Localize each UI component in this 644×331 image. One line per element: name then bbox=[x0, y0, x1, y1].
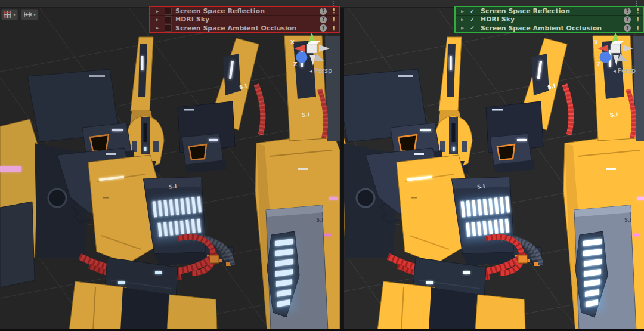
viewport-effects-off[interactable]: X Z ◂ Persp bbox=[0, 7, 340, 331]
foldout-arrow-icon[interactable]: ▶ bbox=[156, 26, 161, 30]
scene-view-comparison: ⋮ ⋮ X Z ◂ Persp X Z ◂ Persp bbox=[0, 0, 644, 331]
row-menu-icon[interactable]: ⋮ bbox=[330, 25, 336, 32]
effect-row-hdri[interactable]: ▶ ✓ HDRI Sky ? ⋮ bbox=[456, 15, 643, 23]
effect-checkbox-checked[interactable]: ✓ bbox=[470, 8, 477, 14]
help-icon[interactable]: ? bbox=[320, 8, 327, 15]
effect-checkbox-checked[interactable]: ✓ bbox=[470, 25, 477, 31]
effect-checkbox-unchecked[interactable] bbox=[165, 16, 172, 23]
effect-row-ssr[interactable]: ▶ Screen Space Reflection ? ⋮ bbox=[150, 7, 339, 15]
persp-label: Persp bbox=[314, 67, 332, 75]
effect-label: Screen Space Ambient Occlusion bbox=[481, 24, 620, 32]
help-icon[interactable]: ? bbox=[320, 24, 327, 32]
effect-row-ssao[interactable]: ▶ ✓ Screen Space Ambient Occlusion ? ⋮ bbox=[456, 24, 643, 32]
effect-label: Screen Space Reflection bbox=[481, 7, 620, 15]
foldout-arrow-icon[interactable]: ▶ bbox=[156, 9, 161, 13]
foldout-arrow-icon[interactable]: ▶ bbox=[461, 26, 466, 30]
help-icon[interactable]: ? bbox=[320, 16, 327, 23]
effect-label: Screen Space Ambient Occlusion bbox=[175, 24, 316, 32]
effect-row-hdri[interactable]: ▶ HDRI Sky ? ⋮ bbox=[150, 15, 339, 23]
foldout-arrow-icon[interactable]: ▶ bbox=[461, 9, 466, 13]
snap-increment-icon bbox=[23, 11, 32, 18]
effect-row-ssr[interactable]: ▶ ✓ Screen Space Reflection ? ⋮ bbox=[456, 7, 643, 15]
help-icon[interactable]: ? bbox=[624, 24, 631, 32]
gizmo-z-label[interactable]: Z bbox=[293, 61, 298, 67]
persp-arrow-icon: ◂ bbox=[309, 68, 312, 74]
row-menu-icon[interactable]: ⋮ bbox=[330, 8, 336, 14]
row-menu-icon[interactable]: ⋮ bbox=[634, 16, 640, 23]
row-menu-icon[interactable]: ⋮ bbox=[330, 16, 336, 23]
effect-row-ssao[interactable]: ▶ Screen Space Ambient Occlusion ? ⋮ bbox=[150, 24, 339, 32]
effects-panel-enabled: ▶ ✓ Screen Space Reflection ? ⋮ ▶ ✓ HDRI… bbox=[454, 6, 644, 33]
foldout-arrow-icon[interactable]: ▶ bbox=[156, 17, 161, 21]
effects-panel-disabled: ▶ Screen Space Reflection ? ⋮ ▶ HDRI Sky… bbox=[149, 6, 340, 33]
effect-checkbox-checked[interactable]: ✓ bbox=[470, 17, 477, 23]
foldout-arrow-icon[interactable]: ▶ bbox=[461, 17, 466, 21]
effect-checkbox-unchecked[interactable] bbox=[165, 8, 172, 15]
row-menu-icon[interactable]: ⋮ bbox=[634, 8, 640, 14]
scene-view-toolbar: ▾ ▾ bbox=[1, 9, 38, 20]
gizmo-z-label[interactable]: Z bbox=[597, 61, 601, 67]
gizmo-x-label[interactable]: X bbox=[594, 39, 598, 45]
chevron-down-icon: ▾ bbox=[33, 13, 36, 17]
help-icon[interactable]: ? bbox=[624, 16, 631, 23]
grid-icon bbox=[4, 11, 11, 18]
row-menu-icon[interactable]: ⋮ bbox=[634, 25, 640, 32]
effect-label: Screen Space Reflection bbox=[175, 7, 316, 15]
chevron-down-icon: ▾ bbox=[13, 13, 16, 17]
help-icon[interactable]: ? bbox=[624, 8, 631, 15]
effect-checkbox-unchecked[interactable] bbox=[165, 24, 172, 32]
persp-label: Persp bbox=[618, 67, 636, 75]
gizmo-x-label[interactable]: X bbox=[290, 39, 295, 45]
viewport-effects-on[interactable]: X Z ◂ Persp bbox=[344, 7, 644, 331]
grid-snapping-button[interactable]: ▾ bbox=[21, 9, 38, 20]
camera-projection-toggle[interactable]: ◂ Persp bbox=[309, 67, 332, 75]
persp-arrow-icon: ◂ bbox=[613, 68, 616, 74]
camera-projection-toggle[interactable]: ◂ Persp bbox=[613, 67, 636, 75]
bottom-letterbox bbox=[0, 329, 644, 331]
grid-visibility-button[interactable]: ▾ bbox=[1, 9, 18, 20]
effect-label: HDRI Sky bbox=[481, 16, 620, 23]
effect-label: HDRI Sky bbox=[175, 16, 316, 23]
viewport-divider bbox=[340, 7, 344, 331]
